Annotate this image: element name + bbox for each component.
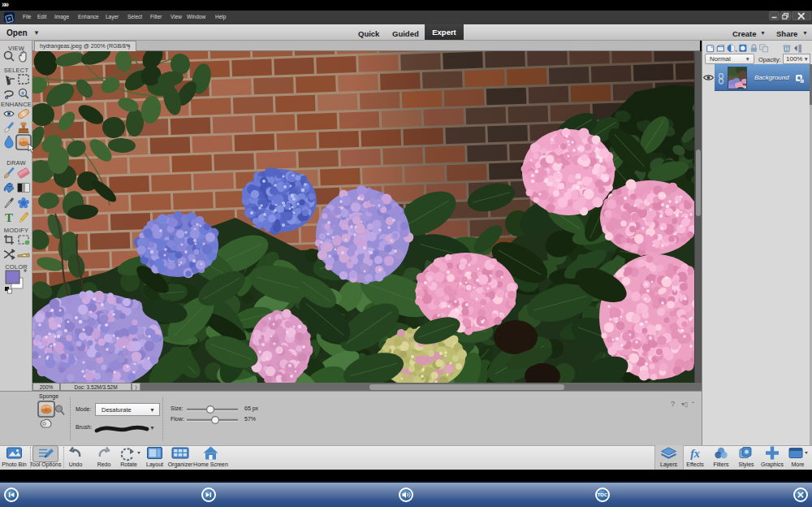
svg-text:fx: fx xyxy=(690,448,700,460)
svg-text:TOC: TOC xyxy=(598,492,608,497)
svg-text:T: T xyxy=(5,211,13,224)
